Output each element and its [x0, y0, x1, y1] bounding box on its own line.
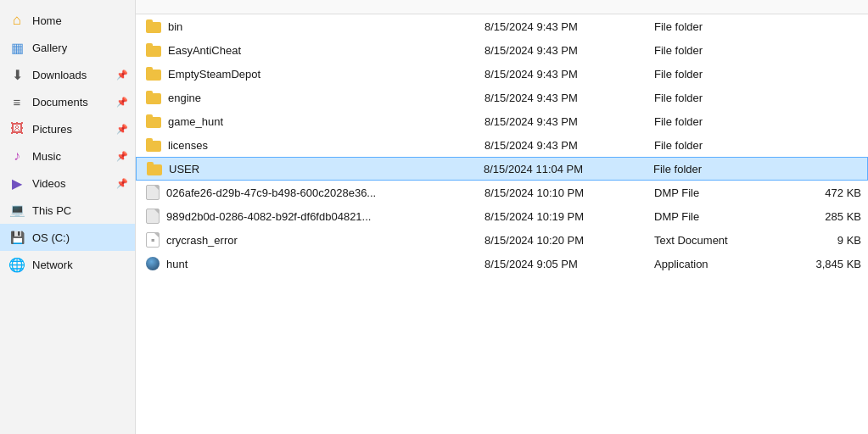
gallery-icon: ▦: [8, 39, 25, 56]
table-row[interactable]: hunt 8/15/2024 9:05 PM Application 3,845…: [136, 252, 868, 275]
pin-icon: 📌: [116, 178, 128, 189]
table-header: [136, 0, 868, 14]
cell-type: DMP File: [647, 208, 783, 225]
sidebar-item-downloads[interactable]: ⬇ Downloads 📌: [0, 61, 135, 88]
table-row[interactable]: USER 8/15/2024 11:04 PM File folder: [136, 157, 868, 181]
sidebar-item-documents[interactable]: ≡ Documents 📌: [0, 88, 135, 115]
sidebar-label-pictures: Pictures: [32, 123, 113, 136]
folder-icon: [146, 91, 161, 104]
sidebar-label-thispc: This PC: [32, 204, 128, 217]
cell-type: File folder: [647, 160, 782, 178]
table-row[interactable]: ≡ crycrash_error 8/15/2024 10:20 PM Text…: [136, 228, 868, 252]
folder-icon: [146, 43, 161, 57]
table-row[interactable]: EmptySteamDepot 8/15/2024 9:43 PM File f…: [136, 62, 868, 86]
cell-date: 8/15/2024 10:19 PM: [478, 208, 647, 225]
app-icon: [146, 257, 160, 270]
cell-name: engine: [136, 88, 478, 107]
network-icon: 🌐: [8, 256, 25, 273]
cell-size: 9 KB: [783, 231, 868, 249]
cell-size: [783, 95, 868, 100]
sidebar-item-music[interactable]: ♪ Music 📌: [0, 142, 135, 170]
file-name: hunt: [166, 258, 188, 270]
cell-type: File folder: [647, 18, 783, 36]
sidebar-label-videos: Videos: [32, 177, 113, 190]
folder-icon: [146, 19, 161, 33]
pin-icon: 📌: [116, 124, 128, 135]
cell-name: hunt: [136, 254, 478, 273]
pin-icon: 📌: [116, 97, 128, 108]
cell-name: 989d2b0d-0286-4082-b92f-df6fdb04821...: [136, 206, 478, 226]
sidebar-item-network[interactable]: 🌐 Network: [0, 251, 135, 278]
cell-name: ≡ crycrash_error: [136, 230, 478, 250]
cell-name: EmptySteamDepot: [136, 64, 478, 83]
cell-date: 8/15/2024 9:43 PM: [478, 89, 647, 107]
file-name: engine: [168, 92, 201, 104]
table-row[interactable]: 026afe26-d29b-47c9-b498-600c2028e36... 8…: [136, 181, 868, 204]
sidebar-label-network: Network: [32, 259, 128, 271]
file-name: crycrash_error: [166, 234, 238, 247]
sidebar-item-thispc[interactable]: 💻 This PC: [0, 197, 135, 224]
folder-icon: [147, 162, 162, 175]
sidebar-label-home: Home: [32, 14, 128, 27]
folder-icon: [146, 67, 161, 81]
cell-type: File folder: [647, 113, 783, 131]
sidebar-label-downloads: Downloads: [32, 69, 113, 81]
documents-icon: ≡: [8, 93, 25, 110]
sidebar-item-gallery[interactable]: ▦ Gallery: [0, 34, 135, 61]
dmp-file-icon: [146, 209, 160, 224]
folder-icon: [146, 138, 161, 152]
music-icon: ♪: [8, 147, 25, 164]
table-body: bin 8/15/2024 9:43 PM File folder EasyAn…: [136, 14, 868, 434]
sidebar-label-osc: OS (C:): [32, 231, 128, 244]
cell-name: licenses: [136, 136, 478, 154]
file-name: 989d2b0d-0286-4082-b92f-df6fdb04821...: [166, 210, 371, 223]
cell-size: [783, 24, 868, 29]
cell-type: File folder: [647, 89, 783, 107]
cell-date: 8/15/2024 9:05 PM: [478, 255, 647, 273]
cell-size: 472 KB: [783, 184, 868, 202]
folder-icon: [146, 114, 161, 128]
sidebar: ⌂ Home ▦ Gallery ⬇ Downloads 📌 ≡ Documen…: [0, 0, 136, 434]
cell-date: 8/15/2024 9:43 PM: [478, 42, 647, 59]
cell-type: File folder: [647, 65, 783, 83]
cell-date: 8/15/2024 9:43 PM: [478, 136, 647, 154]
cell-type: Text Document: [647, 231, 783, 249]
column-header-size[interactable]: [783, 3, 868, 10]
table-row[interactable]: 989d2b0d-0286-4082-b92f-df6fdb04821... 8…: [136, 204, 868, 228]
videos-icon: ▶: [8, 175, 25, 192]
sidebar-label-documents: Documents: [32, 96, 113, 108]
cell-date: 8/15/2024 9:43 PM: [478, 18, 647, 36]
main-panel: bin 8/15/2024 9:43 PM File folder EasyAn…: [136, 0, 868, 434]
column-header-date[interactable]: [478, 3, 647, 10]
cell-type: File folder: [647, 42, 783, 59]
sidebar-item-pictures[interactable]: 🖼 Pictures 📌: [0, 115, 135, 142]
table-row[interactable]: bin 8/15/2024 9:43 PM File folder: [136, 14, 868, 38]
cell-name: bin: [136, 17, 478, 36]
cell-name: 026afe26-d29b-47c9-b498-600c2028e36...: [136, 182, 478, 203]
column-header-name[interactable]: [136, 3, 478, 10]
file-name: USER: [169, 163, 199, 175]
sidebar-item-osc[interactable]: 💾 OS (C:): [0, 224, 135, 251]
table-row[interactable]: game_hunt 8/15/2024 9:43 PM File folder: [136, 109, 868, 133]
txt-file-icon: ≡: [146, 232, 160, 248]
column-header-type[interactable]: [647, 3, 783, 10]
cell-date: 8/15/2024 10:20 PM: [478, 231, 647, 249]
sidebar-label-gallery: Gallery: [32, 42, 128, 54]
cell-type: Application: [647, 255, 783, 273]
thispc-icon: 💻: [8, 202, 25, 219]
sidebar-item-videos[interactable]: ▶ Videos 📌: [0, 170, 135, 197]
sidebar-item-home[interactable]: ⌂ Home: [0, 7, 135, 34]
cell-name: USER: [137, 159, 477, 178]
file-name: game_hunt: [168, 115, 223, 128]
downloads-icon: ⬇: [8, 66, 25, 83]
table-row[interactable]: licenses 8/15/2024 9:43 PM File folder: [136, 133, 868, 157]
cell-date: 8/15/2024 9:43 PM: [478, 113, 647, 131]
table-row[interactable]: engine 8/15/2024 9:43 PM File folder: [136, 86, 868, 109]
cell-date: 8/15/2024 10:10 PM: [478, 184, 647, 202]
cell-date: 8/15/2024 9:43 PM: [478, 65, 647, 83]
table-row[interactable]: EasyAntiCheat 8/15/2024 9:43 PM File fol…: [136, 38, 868, 62]
file-name: EmptySteamDepot: [168, 68, 260, 81]
pin-icon: 📌: [116, 151, 128, 162]
cell-type: File folder: [647, 136, 783, 154]
sidebar-label-music: Music: [32, 150, 113, 163]
